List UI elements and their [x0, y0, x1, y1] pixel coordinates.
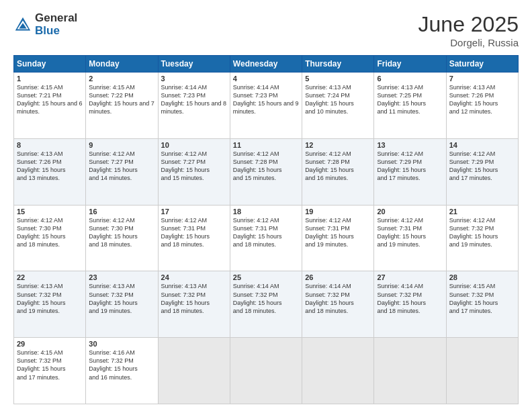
day-info: Sunrise: 4:12 AMSunset: 7:31 PMDaylight:…	[377, 217, 426, 248]
calendar-cell: 22 Sunrise: 4:13 AMSunset: 7:32 PMDaylig…	[14, 271, 86, 338]
calendar-cell: 12 Sunrise: 4:12 AMSunset: 7:28 PMDaylig…	[302, 138, 374, 205]
day-info: Sunrise: 4:14 AMSunset: 7:32 PMDaylight:…	[233, 283, 282, 314]
day-info: Sunrise: 4:13 AMSunset: 7:26 PMDaylight:…	[17, 150, 66, 181]
calendar-cell: 27 Sunrise: 4:14 AMSunset: 7:32 PMDaylig…	[374, 271, 446, 338]
day-number: 20	[377, 208, 443, 216]
day-number: 22	[17, 273, 83, 281]
day-info: Sunrise: 4:15 AMSunset: 7:21 PMDaylight:…	[17, 84, 83, 115]
header: General Blue June 2025 Dorgeli, Russia	[13, 12, 519, 48]
day-number: 26	[305, 273, 371, 281]
day-info: Sunrise: 4:12 AMSunset: 7:28 PMDaylight:…	[233, 150, 282, 181]
calendar-cell: 11 Sunrise: 4:12 AMSunset: 7:28 PMDaylig…	[230, 138, 302, 205]
calendar-cell	[230, 338, 302, 404]
day-number: 5	[305, 75, 371, 83]
day-number: 17	[161, 208, 227, 216]
day-info: Sunrise: 4:13 AMSunset: 7:32 PMDaylight:…	[89, 283, 138, 314]
day-info: Sunrise: 4:12 AMSunset: 7:28 PMDaylight:…	[305, 150, 354, 181]
col-friday: Friday	[374, 56, 446, 73]
day-info: Sunrise: 4:12 AMSunset: 7:31 PMDaylight:…	[233, 217, 282, 248]
day-number: 8	[17, 141, 83, 149]
day-info: Sunrise: 4:12 AMSunset: 7:27 PMDaylight:…	[89, 150, 138, 181]
calendar-table: Sunday Monday Tuesday Wednesday Thursday…	[13, 55, 519, 404]
calendar-cell: 10 Sunrise: 4:12 AMSunset: 7:27 PMDaylig…	[158, 138, 230, 205]
day-info: Sunrise: 4:14 AMSunset: 7:23 PMDaylight:…	[233, 84, 299, 115]
day-info: Sunrise: 4:13 AMSunset: 7:25 PMDaylight:…	[377, 84, 426, 115]
day-info: Sunrise: 4:13 AMSunset: 7:26 PMDaylight:…	[449, 84, 498, 115]
day-number: 7	[449, 75, 515, 83]
day-info: Sunrise: 4:15 AMSunset: 7:22 PMDaylight:…	[89, 84, 154, 115]
calendar-cell: 28 Sunrise: 4:15 AMSunset: 7:32 PMDaylig…	[446, 271, 518, 338]
calendar-cell: 21 Sunrise: 4:12 AMSunset: 7:32 PMDaylig…	[446, 205, 518, 271]
day-number: 25	[233, 273, 299, 281]
day-number: 14	[449, 141, 515, 149]
day-number: 2	[89, 75, 154, 83]
day-info: Sunrise: 4:12 AMSunset: 7:30 PMDaylight:…	[17, 217, 66, 248]
calendar-cell	[302, 338, 374, 404]
logo-general: General	[35, 12, 77, 25]
col-wednesday: Wednesday	[230, 56, 302, 73]
calendar-cell	[446, 338, 518, 404]
calendar-cell: 3 Sunrise: 4:14 AMSunset: 7:23 PMDayligh…	[158, 73, 230, 139]
day-number: 9	[89, 141, 154, 149]
calendar-cell: 8 Sunrise: 4:13 AMSunset: 7:26 PMDayligh…	[14, 138, 86, 205]
calendar-cell: 13 Sunrise: 4:12 AMSunset: 7:29 PMDaylig…	[374, 138, 446, 205]
calendar-cell: 23 Sunrise: 4:13 AMSunset: 7:32 PMDaylig…	[86, 271, 158, 338]
calendar-week-5: 29 Sunrise: 4:15 AMSunset: 7:32 PMDaylig…	[14, 338, 519, 404]
day-info: Sunrise: 4:12 AMSunset: 7:30 PMDaylight:…	[89, 217, 138, 248]
day-number: 29	[17, 340, 83, 348]
calendar-cell: 6 Sunrise: 4:13 AMSunset: 7:25 PMDayligh…	[374, 73, 446, 139]
day-number: 21	[449, 208, 515, 216]
day-number: 6	[377, 75, 443, 83]
day-number: 3	[161, 75, 227, 83]
col-thursday: Thursday	[302, 56, 374, 73]
col-monday: Monday	[86, 56, 158, 73]
calendar-week-1: 1 Sunrise: 4:15 AMSunset: 7:21 PMDayligh…	[14, 73, 519, 139]
calendar-cell: 30 Sunrise: 4:16 AMSunset: 7:32 PMDaylig…	[86, 338, 158, 404]
day-number: 10	[161, 141, 227, 149]
day-number: 1	[17, 75, 83, 83]
col-saturday: Saturday	[446, 56, 518, 73]
calendar-week-3: 15 Sunrise: 4:12 AMSunset: 7:30 PMDaylig…	[14, 205, 519, 271]
calendar-cell: 19 Sunrise: 4:12 AMSunset: 7:31 PMDaylig…	[302, 205, 374, 271]
col-tuesday: Tuesday	[158, 56, 230, 73]
page: General Blue June 2025 Dorgeli, Russia S…	[0, 0, 532, 411]
day-number: 24	[161, 273, 227, 281]
day-number: 18	[233, 208, 299, 216]
day-number: 13	[377, 141, 443, 149]
day-info: Sunrise: 4:14 AMSunset: 7:32 PMDaylight:…	[305, 283, 354, 314]
day-number: 27	[377, 273, 443, 281]
day-info: Sunrise: 4:13 AMSunset: 7:32 PMDaylight:…	[161, 283, 210, 314]
calendar-cell: 26 Sunrise: 4:14 AMSunset: 7:32 PMDaylig…	[302, 271, 374, 338]
calendar-cell: 16 Sunrise: 4:12 AMSunset: 7:30 PMDaylig…	[86, 205, 158, 271]
calendar-cell	[158, 338, 230, 404]
day-info: Sunrise: 4:15 AMSunset: 7:32 PMDaylight:…	[17, 349, 66, 380]
day-info: Sunrise: 4:12 AMSunset: 7:29 PMDaylight:…	[449, 150, 498, 181]
day-number: 12	[305, 141, 371, 149]
calendar-cell: 24 Sunrise: 4:13 AMSunset: 7:32 PMDaylig…	[158, 271, 230, 338]
day-number: 30	[89, 340, 154, 348]
day-info: Sunrise: 4:12 AMSunset: 7:31 PMDaylight:…	[305, 217, 354, 248]
day-info: Sunrise: 4:14 AMSunset: 7:32 PMDaylight:…	[377, 283, 426, 314]
calendar-week-2: 8 Sunrise: 4:13 AMSunset: 7:26 PMDayligh…	[14, 138, 519, 205]
calendar-cell: 7 Sunrise: 4:13 AMSunset: 7:26 PMDayligh…	[446, 73, 518, 139]
calendar-cell: 2 Sunrise: 4:15 AMSunset: 7:22 PMDayligh…	[86, 73, 158, 139]
day-info: Sunrise: 4:13 AMSunset: 7:32 PMDaylight:…	[17, 283, 66, 314]
calendar-cell: 20 Sunrise: 4:12 AMSunset: 7:31 PMDaylig…	[374, 205, 446, 271]
day-info: Sunrise: 4:12 AMSunset: 7:27 PMDaylight:…	[161, 150, 210, 181]
day-info: Sunrise: 4:14 AMSunset: 7:23 PMDaylight:…	[161, 84, 227, 115]
col-sunday: Sunday	[14, 56, 86, 73]
day-info: Sunrise: 4:12 AMSunset: 7:31 PMDaylight:…	[161, 217, 210, 248]
day-info: Sunrise: 4:15 AMSunset: 7:32 PMDaylight:…	[449, 283, 498, 314]
logo: General Blue	[13, 12, 77, 37]
calendar-cell: 14 Sunrise: 4:12 AMSunset: 7:29 PMDaylig…	[446, 138, 518, 205]
title-block: June 2025 Dorgeli, Russia	[418, 12, 519, 48]
calendar-cell: 29 Sunrise: 4:15 AMSunset: 7:32 PMDaylig…	[14, 338, 86, 404]
calendar-cell: 1 Sunrise: 4:15 AMSunset: 7:21 PMDayligh…	[14, 73, 86, 139]
title-month: June 2025	[418, 12, 519, 37]
calendar-cell: 17 Sunrise: 4:12 AMSunset: 7:31 PMDaylig…	[158, 205, 230, 271]
title-location: Dorgeli, Russia	[418, 37, 519, 48]
day-info: Sunrise: 4:12 AMSunset: 7:29 PMDaylight:…	[377, 150, 426, 181]
calendar-cell: 15 Sunrise: 4:12 AMSunset: 7:30 PMDaylig…	[14, 205, 86, 271]
day-info: Sunrise: 4:13 AMSunset: 7:24 PMDaylight:…	[305, 84, 354, 115]
day-number: 23	[89, 273, 154, 281]
